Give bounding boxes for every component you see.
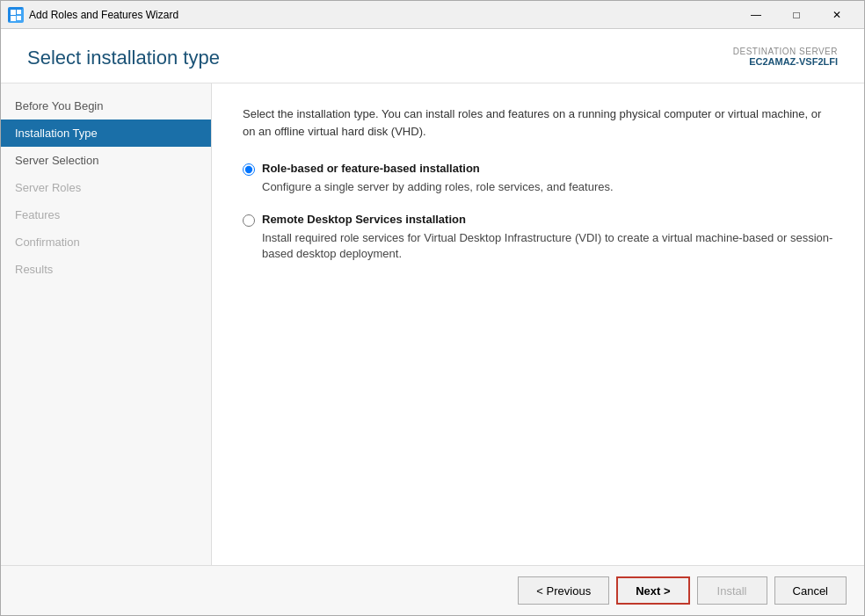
page-header: Select installation type DESTINATION SER… xyxy=(1,29,864,83)
main-body: Before You Begin Installation Type Serve… xyxy=(1,83,864,565)
main-content: Select the installation type. You can in… xyxy=(212,83,864,565)
app-icon xyxy=(8,7,24,23)
svg-rect-3 xyxy=(11,16,16,21)
sidebar-item-features: Features xyxy=(1,201,211,228)
svg-rect-1 xyxy=(17,10,21,14)
svg-rect-2 xyxy=(17,16,21,20)
role-based-option: Role-based or feature-based installation… xyxy=(243,162,833,195)
remote-desktop-title: Remote Desktop Services installation xyxy=(262,213,466,226)
page-description: Select the installation type. You can in… xyxy=(243,105,833,140)
remote-desktop-option: Remote Desktop Services installation Ins… xyxy=(243,213,833,262)
main-window: Add Roles and Features Wizard — □ ✕ Sele… xyxy=(0,0,865,616)
destination-server-info: DESTINATION SERVER EC2AMAZ-VSF2LFI xyxy=(733,47,838,67)
sidebar-item-server-selection[interactable]: Server Selection xyxy=(1,147,211,174)
svg-rect-0 xyxy=(11,10,16,15)
close-button[interactable]: ✕ xyxy=(817,1,857,29)
next-button[interactable]: Next > xyxy=(616,576,689,605)
install-button[interactable]: Install xyxy=(697,576,767,605)
role-based-label[interactable]: Role-based or feature-based installation xyxy=(243,162,833,176)
cancel-button[interactable]: Cancel xyxy=(774,576,847,605)
sidebar-item-installation-type[interactable]: Installation Type xyxy=(1,120,211,147)
role-based-description: Configure a single server by adding role… xyxy=(262,179,833,195)
role-based-radio[interactable] xyxy=(243,163,255,176)
footer: < Previous Next > Install Cancel xyxy=(1,565,864,615)
destination-name: EC2AMAZ-VSF2LFI xyxy=(733,56,838,67)
window-title: Add Roles and Features Wizard xyxy=(29,9,736,21)
sidebar-item-server-roles: Server Roles xyxy=(1,174,211,201)
remote-desktop-description: Install required role services for Virtu… xyxy=(262,230,833,262)
remote-desktop-radio[interactable] xyxy=(243,214,255,227)
window-controls: — □ ✕ xyxy=(736,1,857,29)
sidebar-item-confirmation: Confirmation xyxy=(1,228,211,256)
content-area: Select installation type DESTINATION SER… xyxy=(1,29,864,615)
maximize-button[interactable]: □ xyxy=(776,1,817,29)
minimize-button[interactable]: — xyxy=(736,1,776,29)
previous-button[interactable]: < Previous xyxy=(518,576,609,605)
page-title: Select installation type xyxy=(27,47,220,69)
title-bar: Add Roles and Features Wizard — □ ✕ xyxy=(1,1,864,29)
role-based-title: Role-based or feature-based installation xyxy=(262,162,480,175)
sidebar-item-before-you-begin[interactable]: Before You Begin xyxy=(1,92,211,120)
remote-desktop-label[interactable]: Remote Desktop Services installation xyxy=(243,213,833,227)
sidebar: Before You Begin Installation Type Serve… xyxy=(1,83,212,565)
destination-label: DESTINATION SERVER xyxy=(733,47,838,56)
sidebar-item-results: Results xyxy=(1,256,211,283)
